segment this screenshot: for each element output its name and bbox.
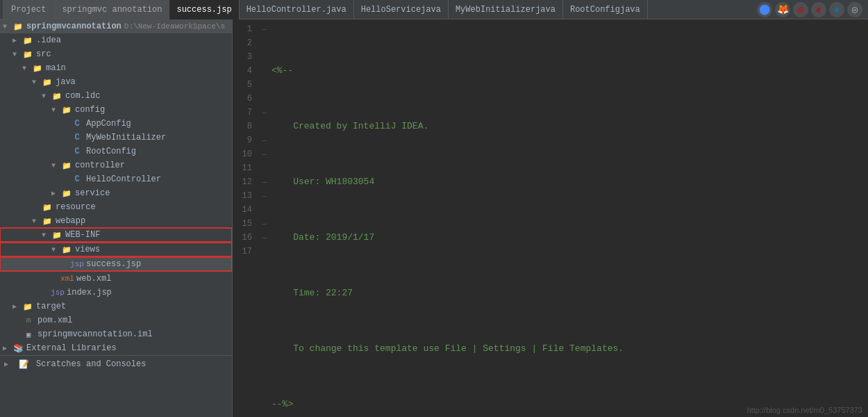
sidebar-item-idea[interactable]: ▶ 📁 .idea: [0, 33, 232, 47]
resource-label: resource: [56, 202, 96, 212]
tab-hello-controller-label: HelloController.java: [247, 5, 347, 15]
sidebar-item-scratches[interactable]: ▶ 📝 Scratches and Consoles: [0, 355, 232, 373]
tab-success-jsp-label: success.jsp: [176, 5, 231, 15]
controller-folder-icon: 📁: [61, 160, 72, 171]
ie-icon[interactable]: e: [811, 2, 826, 17]
index-jsp-label: index.jsp: [67, 288, 112, 297]
edge-icon[interactable]: e: [829, 2, 844, 17]
target-label: target: [36, 302, 66, 311]
rootconfig-icon: C: [71, 146, 83, 157]
opera-icon[interactable]: ◎: [793, 2, 808, 17]
sidebar-item-webapp[interactable]: ▼ 📁 webapp: [0, 214, 232, 228]
fold-7[interactable]: —: [258, 106, 272, 120]
java-arrow: ▼: [32, 79, 42, 86]
web-xml-label: web.xml: [76, 274, 111, 284]
config-folder-icon: 📁: [61, 104, 72, 115]
sidebar-item-appconfig[interactable]: C AppConfig: [0, 117, 232, 131]
fold-13[interactable]: —: [258, 189, 272, 203]
code-text[interactable]: <%-- Created by IntelliJ IDEA. User: WH1…: [272, 22, 868, 417]
sidebar-item-rootconfig[interactable]: C RootConfig: [0, 145, 232, 158]
project-path-label: D:\New-IdeaWorkSpace\s: [124, 22, 225, 31]
tab-hello-controller[interactable]: HelloController.java: [240, 0, 354, 19]
sidebar-item-pom-xml[interactable]: m pom.xml: [0, 313, 232, 327]
code-line-5: Time: 22:27: [272, 286, 868, 300]
sidebar-item-views[interactable]: ▼ 📁 views: [0, 243, 232, 256]
webinf-label: WEB-INF: [65, 230, 100, 240]
sidebar-item-src[interactable]: ▼ 📁 src: [0, 47, 232, 61]
sidebar-item-controller[interactable]: ▼ 📁 controller: [0, 158, 232, 172]
fold-gutter: — — — — — — — —: [258, 22, 272, 417]
webinf-folder-icon: 📁: [51, 229, 62, 240]
fold-15[interactable]: —: [258, 217, 272, 231]
firefox-icon[interactable]: 🦊: [775, 2, 790, 17]
sidebar-item-config[interactable]: ▼ 📁 config: [0, 103, 232, 117]
scratches-icon: 📝: [18, 359, 29, 370]
appconfig-label: AppConfig: [86, 119, 131, 129]
scratches-arrow: ▶: [4, 360, 14, 368]
editor-area: 1 2 3 4 5 6 7 8 9 10 11 12 13 14 15 16 1: [233, 19, 868, 417]
tab-hello-service-label: HelloServicejava: [361, 5, 441, 15]
safari-icon[interactable]: ◎: [847, 2, 862, 17]
idea-folder-icon: 📁: [22, 35, 33, 46]
sidebar-item-resource[interactable]: 📁 resource: [0, 200, 232, 214]
fold-10[interactable]: —: [258, 147, 272, 161]
tab-rootconfig-label: RootConfigjava: [570, 5, 640, 15]
target-folder-icon: 📁: [22, 301, 33, 312]
sidebar-item-project-root[interactable]: ▼ 📁 springmvcannotation D:\New-IdeaWorkS…: [0, 19, 232, 33]
myweb-label: MyWebInitializer: [86, 133, 166, 142]
config-label: config: [75, 105, 105, 115]
service-arrow: ▶: [51, 189, 61, 197]
code-line-2: Created by IntelliJ IDEA.: [272, 120, 868, 133]
sidebar-item-iml[interactable]: ▣ springmvcannotation.iml: [0, 327, 232, 341]
tab-project[interactable]: Project: [3, 0, 55, 19]
sidebar-item-main[interactable]: ▼ 📁 main: [0, 61, 232, 75]
sidebar-item-webinf[interactable]: ▼ 📁 WEB-INF: [0, 228, 232, 242]
service-label: service: [75, 188, 110, 198]
views-arrow: ▼: [51, 246, 61, 254]
sidebar-item-ext-libs[interactable]: ▶ 📚 External Libraries: [0, 341, 232, 355]
tab-myweb[interactable]: MyWebInitializerjava: [449, 0, 563, 19]
chrome-icon[interactable]: ⬤: [757, 2, 772, 17]
webapp-folder-icon: 📁: [42, 215, 53, 227]
ext-libs-label: External Libraries: [26, 343, 117, 353]
tab-rootconfig[interactable]: RootConfigjava: [563, 0, 648, 19]
fold-12[interactable]: —: [258, 175, 272, 189]
project-name-label: springmvcannotation: [26, 22, 122, 31]
tab-project-label: Project: [11, 5, 46, 15]
code-line-3: User: WH1803054: [272, 175, 868, 189]
tab-bar: Project springmvc annotation success.jsp…: [0, 0, 868, 19]
code-container[interactable]: 1 2 3 4 5 6 7 8 9 10 11 12 13 14 15 16 1: [233, 19, 868, 417]
sidebar-item-hellocontroller[interactable]: C HelloController: [0, 172, 232, 186]
hellocontroller-label: HelloController: [86, 174, 161, 184]
project-folder-icon: 📁: [12, 21, 24, 32]
tab-springmvc[interactable]: springmvc annotation: [55, 0, 169, 19]
controller-arrow: ▼: [51, 162, 61, 170]
sidebar-item-service[interactable]: ▶ 📁 service: [0, 186, 232, 200]
iml-icon: ▣: [22, 329, 35, 340]
sidebar-item-success-jsp[interactable]: jsp success.jsp: [0, 257, 232, 271]
appconfig-icon: C: [71, 118, 83, 129]
idea-arrow: ▶: [12, 36, 22, 44]
com-ldc-arrow: ▼: [42, 92, 51, 100]
web-xml-icon: xml: [61, 273, 74, 284]
sidebar-item-myweb[interactable]: C MyWebInitializer: [0, 131, 232, 145]
fold-9[interactable]: —: [258, 133, 272, 147]
tab-success-jsp[interactable]: success.jsp: [169, 0, 239, 19]
fold-16[interactable]: —: [258, 231, 272, 245]
line7-content: --%>: [272, 398, 293, 411]
line3-content: User: WH1803054: [272, 175, 374, 189]
service-folder-icon: 📁: [61, 188, 72, 199]
code-line-4: Date: 2019/1/17: [272, 231, 868, 245]
sidebar-item-com-ldc[interactable]: ▼ 📁 com.ldc: [0, 89, 232, 103]
fold-1[interactable]: —: [258, 22, 272, 36]
ext-libs-arrow: ▶: [3, 344, 12, 352]
line5-content: Time: 22:27: [272, 286, 353, 300]
tab-springmvc-label: springmvc annotation: [62, 5, 162, 15]
sidebar-item-java[interactable]: ▼ 📁 java: [0, 75, 232, 89]
sidebar-item-index-jsp[interactable]: jsp index.jsp: [0, 286, 232, 300]
main-folder-icon: 📁: [32, 63, 43, 74]
sidebar-item-web-xml[interactable]: xml web.xml: [0, 272, 232, 286]
tab-hello-service[interactable]: HelloServicejava: [354, 0, 449, 19]
sidebar-item-target[interactable]: ▶ 📁 target: [0, 300, 232, 313]
resource-folder-icon: 📁: [42, 202, 53, 213]
